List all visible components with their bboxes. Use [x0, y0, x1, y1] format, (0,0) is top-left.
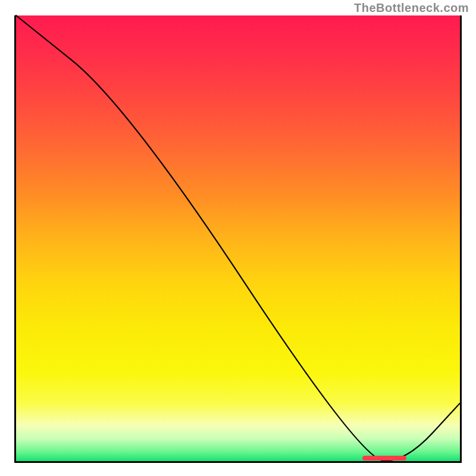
attribution-text: TheBottleneck.com: [354, 1, 469, 15]
line-series: [16, 15, 460, 461]
optimal-range-marker: [362, 456, 407, 461]
chart-container: TheBottleneck.com: [0, 0, 476, 476]
plot-area: [14, 15, 462, 463]
